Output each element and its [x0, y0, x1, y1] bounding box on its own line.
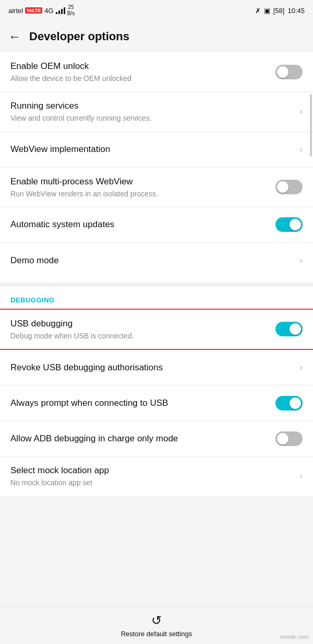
carrier-name: airtel: [8, 7, 23, 15]
settings-content: Enable OEM unlock Allow the device to be…: [0, 52, 313, 496]
status-left: airtel VoLTE 4G 25 B/s: [8, 4, 75, 17]
mock-location-title: Select mock location app: [10, 465, 293, 476]
back-button[interactable]: ←: [8, 29, 21, 44]
battery-icon: [58]: [273, 7, 285, 15]
oem-unlock-title: Enable OEM unlock: [10, 61, 269, 72]
revoke-usb-title: Revoke USB debugging authorisations: [10, 362, 293, 373]
page-title: Developer options: [29, 30, 129, 43]
watermark: wsxdn.com: [280, 634, 309, 640]
section-main: Enable OEM unlock Allow the device to be…: [0, 52, 313, 278]
always-prompt-title: Always prompt when connecting to USB: [10, 397, 269, 409]
header: ← Developer options: [0, 21, 313, 52]
status-bar: airtel VoLTE 4G 25 B/s ✗ ▣ [58] 10:45: [0, 0, 313, 21]
setting-webview[interactable]: WebView implementation ›: [0, 132, 313, 168]
running-services-title: Running services: [10, 100, 293, 112]
setting-demo-mode[interactable]: Demo mode ›: [0, 243, 313, 278]
section-debugging: DEBUGGING USB debugging Debug mode when …: [0, 287, 313, 496]
mock-location-chevron: ›: [299, 471, 303, 482]
usb-debugging-subtitle: Debug mode when USB is connected.: [10, 331, 269, 341]
setting-auto-updates[interactable]: Automatic system updates: [0, 207, 313, 243]
always-prompt-toggle[interactable]: [275, 396, 303, 411]
4g-indicator: 4G: [44, 7, 53, 15]
multiprocess-toggle[interactable]: [275, 180, 303, 194]
setting-adb-charge[interactable]: Allow ADB debugging in charge only mode: [0, 421, 313, 456]
data-speed: 25 B/s: [67, 4, 75, 17]
auto-updates-toggle[interactable]: [275, 217, 303, 232]
setting-oem-unlock[interactable]: Enable OEM unlock Allow the device to be…: [0, 52, 313, 92]
webview-chevron: ›: [299, 144, 303, 155]
signal-bars-icon: [56, 7, 65, 14]
setting-always-prompt[interactable]: Always prompt when connecting to USB: [0, 385, 313, 421]
usb-debugging-title: USB debugging: [10, 318, 269, 330]
content-wrapper: Enable OEM unlock Allow the device to be…: [0, 52, 313, 542]
restore-label[interactable]: Restore default settings: [121, 630, 192, 638]
debugging-section-header: DEBUGGING: [0, 287, 313, 309]
volte-badge: VoLTE: [25, 7, 42, 14]
setting-running-services[interactable]: Running services View and control curren…: [0, 92, 313, 132]
mock-location-subtitle: No mock location app set: [10, 478, 293, 487]
bottom-bar[interactable]: ↺ Restore default settings: [0, 606, 313, 644]
adb-charge-title: Allow ADB debugging in charge only mode: [10, 433, 269, 444]
section-gap: [0, 283, 313, 287]
usb-debugging-toggle[interactable]: [275, 322, 303, 336]
oem-unlock-subtitle: Allow the device to be OEM unlocked: [10, 74, 269, 83]
setting-revoke-usb[interactable]: Revoke USB debugging authorisations ›: [0, 350, 313, 385]
status-right: ✗ ▣ [58] 10:45: [255, 7, 305, 15]
restore-icon: ↺: [151, 613, 162, 628]
multiprocess-title: Enable multi-process WebView: [10, 176, 269, 188]
setting-usb-debugging[interactable]: USB debugging Debug mode when USB is con…: [0, 309, 313, 350]
clock: 10:45: [287, 7, 305, 15]
scroll-indicator: [310, 94, 312, 157]
running-services-chevron: ›: [299, 106, 303, 117]
running-services-subtitle: View and control currently running servi…: [10, 113, 293, 123]
demo-mode-chevron: ›: [299, 255, 303, 266]
revoke-usb-chevron: ›: [299, 362, 303, 373]
webview-title: WebView implementation: [10, 144, 293, 155]
auto-updates-title: Automatic system updates: [10, 219, 269, 230]
debugging-header-text: DEBUGGING: [10, 296, 55, 304]
setting-mock-location[interactable]: Select mock location app No mock locatio…: [0, 456, 313, 496]
bluetooth-icon: ✗: [255, 7, 261, 15]
adb-charge-toggle[interactable]: [275, 431, 303, 446]
multiprocess-subtitle: Run WebView renders in an isolated proce…: [10, 189, 269, 198]
phone-vibrate-icon: ▣: [264, 7, 270, 15]
oem-unlock-toggle[interactable]: [275, 65, 303, 79]
setting-multiprocess-webview[interactable]: Enable multi-process WebView Run WebView…: [0, 168, 313, 207]
demo-mode-title: Demo mode: [10, 255, 293, 266]
